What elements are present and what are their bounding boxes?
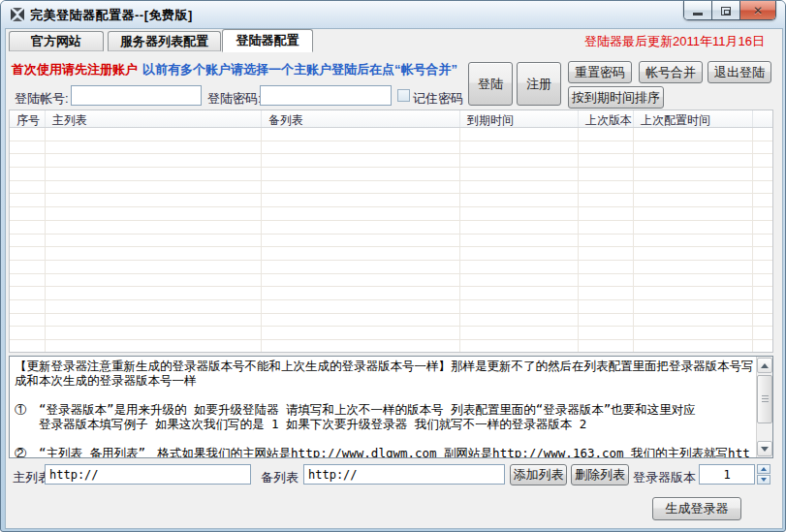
table-cell-filler xyxy=(753,247,772,260)
launcher-version-input[interactable] xyxy=(699,464,755,485)
close-button[interactable]: ✕ xyxy=(740,1,775,20)
delete-list-button[interactable]: 删除列表 xyxy=(571,464,629,485)
column-header-index[interactable]: 序号 xyxy=(10,110,46,127)
table-row[interactable] xyxy=(10,261,772,274)
app-icon xyxy=(10,7,25,22)
table-row[interactable] xyxy=(10,194,772,207)
minimize-button[interactable] xyxy=(684,1,712,20)
table-cell xyxy=(262,221,460,234)
table-cell xyxy=(46,235,262,247)
version-spin-up-button[interactable] xyxy=(757,464,770,474)
table-cell xyxy=(10,247,46,260)
table-row[interactable] xyxy=(10,235,772,248)
table-cell xyxy=(46,274,262,287)
table-row[interactable] xyxy=(10,168,772,181)
spinner-up-icon xyxy=(761,467,767,471)
table-row[interactable] xyxy=(10,221,772,235)
table-row[interactable] xyxy=(10,128,772,141)
table-cell xyxy=(579,340,634,352)
password-input[interactable] xyxy=(260,85,392,106)
table-cell xyxy=(460,235,579,247)
table-cell xyxy=(46,340,262,352)
scroll-thumb[interactable] xyxy=(757,375,772,423)
table-cell-filler xyxy=(753,235,772,247)
table-row[interactable] xyxy=(10,141,772,155)
table-cell xyxy=(10,300,46,313)
help-text[interactable]: 【更新登录器注意重新生成的登录器版本号不能和上次生成的登录器版本号一样】那样是更… xyxy=(10,357,756,457)
table-cell xyxy=(460,287,579,299)
table-cell xyxy=(46,221,262,234)
reset-password-button[interactable]: 重置密码 xyxy=(568,61,632,83)
table-cell xyxy=(634,221,753,234)
table-row[interactable] xyxy=(10,181,772,195)
title-bar[interactable]: 完美登陆器配置器--[免费版] ✕ xyxy=(1,1,785,28)
column-header-last-config-time[interactable]: 上次配置时间 xyxy=(634,110,753,127)
table-cell xyxy=(262,128,460,141)
tab-server-list-config[interactable]: 服务器列表配置 xyxy=(108,31,221,51)
table-cell xyxy=(460,154,579,167)
table-cell-filler xyxy=(753,287,772,299)
scroll-up-button[interactable] xyxy=(757,358,772,373)
table-row[interactable] xyxy=(10,274,772,288)
column-header-backup-list[interactable]: 备列表 xyxy=(262,110,460,127)
add-list-button[interactable]: 添加列表 xyxy=(510,464,567,485)
table-cell xyxy=(262,194,460,206)
table-cell xyxy=(262,261,460,273)
table-row[interactable] xyxy=(10,314,772,328)
table-cell xyxy=(46,128,262,141)
column-header-main-list[interactable]: 主列表 xyxy=(46,110,262,127)
table-cell xyxy=(460,128,579,141)
column-header-last-version[interactable]: 上次版本 xyxy=(579,110,634,127)
table-cell xyxy=(460,300,579,313)
table-row[interactable] xyxy=(10,207,772,221)
table-row[interactable] xyxy=(10,247,772,261)
generate-launcher-button[interactable]: 生成登录器 xyxy=(652,497,741,520)
table-cell xyxy=(262,274,460,287)
table-cell-filler xyxy=(753,141,772,154)
register-button[interactable]: 注册 xyxy=(517,62,561,106)
table-row[interactable] xyxy=(10,154,772,168)
table-cell xyxy=(579,141,634,154)
maximize-button[interactable] xyxy=(712,1,740,20)
scroll-down-button[interactable] xyxy=(757,441,772,456)
sort-by-expiry-button[interactable]: 按到期时间排序 xyxy=(568,86,664,109)
account-input[interactable] xyxy=(71,85,202,106)
table-cell xyxy=(262,168,460,180)
table-row[interactable] xyxy=(10,287,772,300)
column-header-expiry[interactable]: 到期时间 xyxy=(460,110,579,127)
table-cell xyxy=(10,154,46,167)
table-row[interactable] xyxy=(10,327,772,340)
table-cell xyxy=(46,314,262,327)
version-spin-down-button[interactable] xyxy=(757,475,770,485)
table-row[interactable] xyxy=(10,340,772,352)
table-body[interactable] xyxy=(10,128,772,352)
table-cell xyxy=(10,327,46,339)
table-cell xyxy=(634,314,753,327)
minimize-icon xyxy=(693,13,703,16)
table-row[interactable] xyxy=(10,300,772,314)
login-button[interactable]: 登陆 xyxy=(468,62,513,106)
table-cell xyxy=(10,207,46,220)
window-controls: ✕ xyxy=(683,1,776,20)
help-line: 【更新登录器注意重新生成的登录器版本号不能和上次生成的登录器版本号一样】那样是更… xyxy=(15,359,754,388)
merge-account-button[interactable]: 帐号合并 xyxy=(639,61,703,83)
account-label: 登陆帐号: xyxy=(15,90,69,108)
tab-official-site[interactable]: 官方网站 xyxy=(9,31,104,51)
table-cell xyxy=(460,207,579,220)
table-cell xyxy=(634,287,753,299)
table-cell xyxy=(460,194,579,206)
tab-launcher-config[interactable]: 登陆器配置 xyxy=(222,29,313,52)
table-cell xyxy=(579,300,634,313)
main-list-input[interactable] xyxy=(45,464,251,485)
backup-list-input[interactable] xyxy=(303,464,505,485)
app-window: 完美登陆器配置器--[免费版] ✕ 官方网站 服务器列表配置 登陆器配置 登陆器… xyxy=(0,0,786,532)
table-cell xyxy=(262,314,460,327)
help-line: ② “主列表 备用列表” 格式如果我们的主网站是http://www.dlqwm… xyxy=(15,446,754,457)
remember-password-checkbox[interactable] xyxy=(397,89,410,102)
table-cell xyxy=(460,221,579,234)
merge-account-notice: 以前有多个账户请选择一个主账户登陆后在点“帐号合并” xyxy=(142,61,457,78)
logout-button[interactable]: 退出登陆 xyxy=(707,61,771,83)
help-scrollbar[interactable] xyxy=(756,357,772,457)
table-cell xyxy=(262,207,460,220)
table-header: 序号 主列表 备列表 到期时间 上次版本 上次配置时间 xyxy=(10,110,772,128)
